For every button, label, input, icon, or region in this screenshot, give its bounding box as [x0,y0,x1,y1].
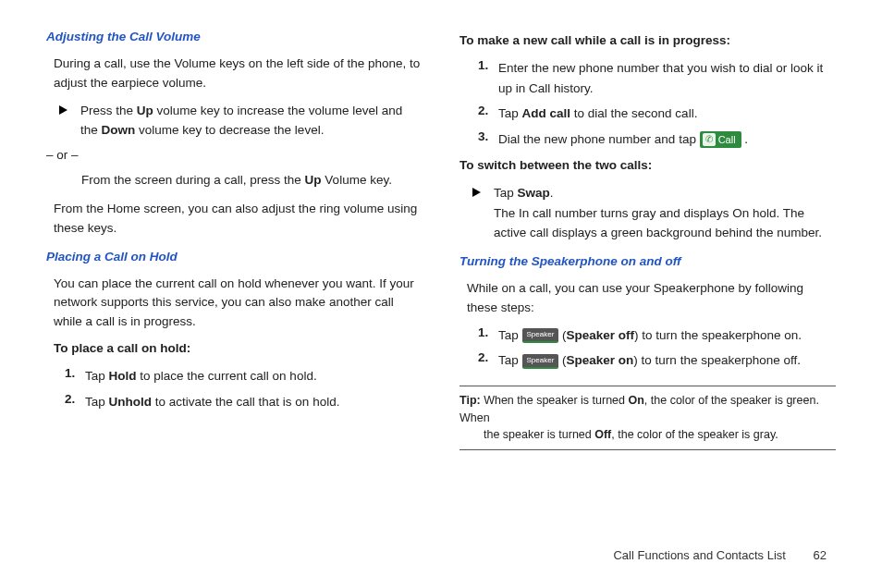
triangle-bullet-icon [59,105,67,115]
bullet-item: Press the Up volume key to increase the … [46,101,423,141]
section-title-adjusting-volume: Adjusting the Call Volume [46,28,423,47]
step-text: Tap Speaker (Speaker on) to turn the spe… [498,350,836,371]
text-bold: Add call [522,106,571,120]
text: ) to turn the speakerphone on. [634,328,802,342]
speaker-button-icon: Speaker [522,354,559,369]
paragraph: From the Home screen, you can also adjus… [54,200,423,239]
text-bold: Up [137,104,153,117]
step-number: 1. [478,325,498,339]
paragraph: During a call, use the Volume keys on th… [54,55,423,93]
text: ( [558,353,566,367]
page-footer: Call Functions and Contacts List 62 [613,548,827,562]
text: . [741,132,749,146]
tip-line2: the speaker is turned Off, the color of … [459,426,836,444]
text: The In call number turns gray and displa… [494,206,822,240]
subheading-switch-calls: To switch between the two calls: [459,156,836,176]
text: Tap [85,395,109,409]
or-separator: – or – [46,146,423,165]
paragraph: You can place the current call on hold w… [54,275,423,333]
step-text: Enter the new phone number that you wish… [498,58,836,98]
triangle-bullet-icon [472,188,481,197]
numbered-item: 2. Tap Add call to dial the second call. [459,104,836,124]
text-bold: Hold [109,369,137,383]
step-text: Tap Add call to dial the second call. [498,104,836,124]
step-number: 1. [65,366,85,380]
bullet-text: Press the Up volume key to increase the … [80,101,423,141]
text: Volume key. [322,173,392,187]
numbered-item: 2. Tap Speaker (Speaker on) to turn the … [459,350,836,371]
divider [459,386,836,386]
phone-icon: ✆ [703,133,716,146]
paragraph: From the screen during a call, press the… [81,171,423,190]
footer-page-number: 62 [814,548,827,562]
text: to place the current call on hold. [137,369,317,383]
step-number: 3. [478,129,498,143]
two-column-layout: Adjusting the Call Volume During a call,… [46,28,836,456]
text: . [550,186,554,200]
text-bold: Off [594,428,611,441]
subheading-place-call-hold: To place a call on hold: [54,339,423,359]
section-title-placing-call-hold: Placing a Call on Hold [46,248,423,267]
text-bold: Unhold [109,395,153,409]
left-column: Adjusting the Call Volume During a call,… [46,28,423,456]
text: Tap [85,369,109,383]
text: volume key to decrease the level. [135,123,324,137]
text-bold: On [629,394,644,407]
text-bold: Swap [518,186,550,200]
step-text: Tap Hold to place the current call on ho… [85,366,423,386]
text: From the screen during a call, press the [81,173,305,187]
text: Dial the new phone number and tap [498,132,700,146]
text: ) to turn the speakerphone off. [633,353,801,367]
paragraph: While on a call, you can use your Speake… [467,279,836,318]
bullet-text: Tap Swap. The In call number turns gray … [494,183,836,243]
text-bold: Up [305,173,322,187]
bullet-item: Tap Swap. The In call number turns gray … [459,183,836,243]
step-number: 2. [65,392,85,406]
numbered-item: 1. Enter the new phone number that you w… [459,58,836,98]
text: When the speaker is turned [481,394,629,407]
call-button-icon: ✆Call [700,131,741,148]
subheading-new-call-in-progress: To make a new call while a call is in pr… [459,31,836,51]
text-bold: Speaker on [567,353,634,367]
text: , the color of the speaker is gray. [611,428,778,441]
text-bold: Down [102,123,136,137]
step-text: Tap Unhold to activate the call that is … [85,392,423,412]
section-title-speakerphone: Turning the Speakerphone on and off [459,252,836,272]
numbered-item: 3. Dial the new phone number and tap ✆Ca… [459,129,836,150]
text: Tap [498,353,522,367]
right-column: To make a new call while a call is in pr… [459,28,836,456]
footer-section-name: Call Functions and Contacts List [613,548,785,562]
text-bold: Speaker off [567,328,635,342]
numbered-item: 1. Tap Hold to place the current call on… [46,366,423,386]
text: Tap [494,186,518,200]
step-number: 2. [478,104,498,117]
text: to dial the second call. [570,106,697,120]
step-text: Dial the new phone number and tap ✆Call … [498,129,836,150]
text: ( [558,328,566,342]
call-button-label: Call [718,135,736,145]
text: Press the [80,104,137,117]
text: to activate the call that is on hold. [152,395,339,409]
step-number: 2. [478,350,498,364]
numbered-item: 2. Tap Unhold to activate the call that … [46,392,423,412]
speaker-button-icon: Speaker [522,328,559,343]
text: Tap [498,106,522,120]
step-number: 1. [478,58,498,72]
text: the speaker is turned [484,428,594,441]
numbered-item: 1. Tap Speaker (Speaker off) to turn the… [459,325,836,346]
tip-block: Tip: When the speaker is turned On, the … [459,392,836,444]
divider [459,449,836,450]
text: Tap [498,328,522,342]
step-text: Tap Speaker (Speaker off) to turn the sp… [498,325,836,346]
tip-label: Tip: [459,394,481,407]
